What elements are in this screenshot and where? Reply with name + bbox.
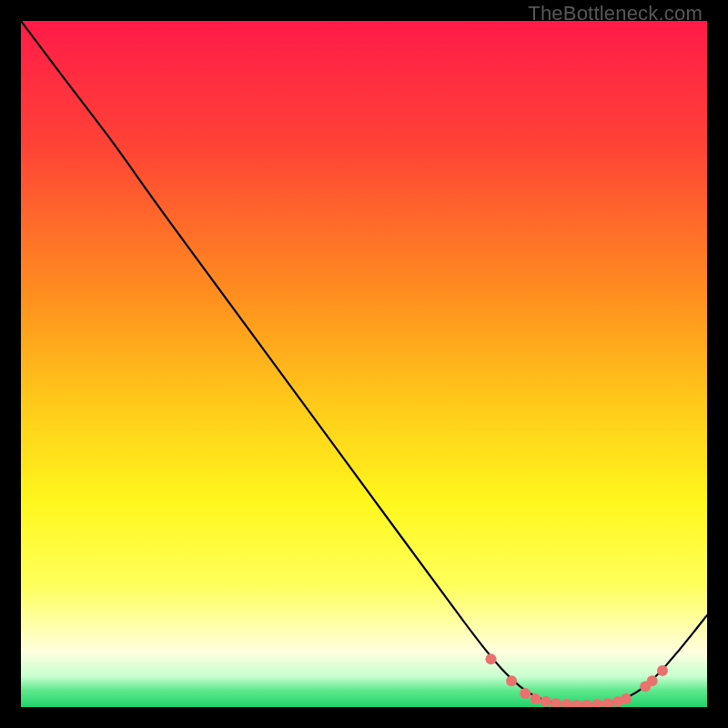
curve-marker [485,653,496,664]
curve-marker [541,696,551,707]
curve-marker [506,675,517,686]
curve-marker [531,693,541,704]
curve-marker [647,675,658,686]
chart-background [21,21,707,707]
curve-marker [621,693,632,704]
curve-marker [657,665,668,676]
chart-frame [21,21,707,707]
watermark-text: TheBottleneck.com [528,2,703,25]
chart-svg [21,21,707,707]
curve-marker [520,688,531,699]
